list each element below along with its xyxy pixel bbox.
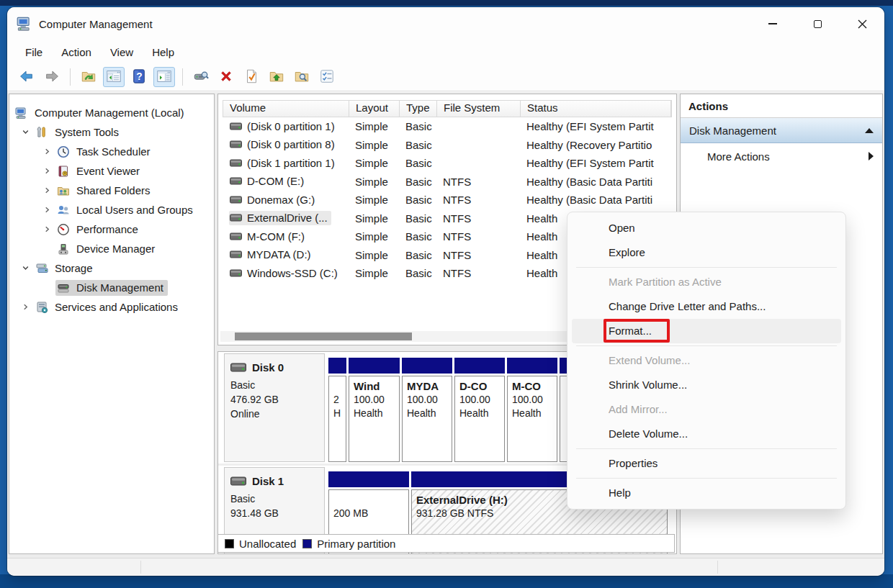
- legend-item-primary-partition: Primary partition: [302, 538, 395, 550]
- folder-up-button[interactable]: [266, 67, 287, 87]
- volume-fs-cell: NTFS: [436, 267, 520, 279]
- context-menu-item-format[interactable]: Format...: [572, 319, 841, 343]
- partition-0-0[interactable]: 2H: [328, 353, 346, 462]
- chevron-right-icon[interactable]: [37, 206, 57, 214]
- partition-myda[interactable]: MYDA100.00Health: [402, 353, 452, 462]
- menu-action[interactable]: Action: [52, 43, 101, 61]
- volume-layout-cell: Simple: [349, 139, 399, 151]
- toolbar-separator: [70, 68, 71, 86]
- volume-row-disk-0-partition-1[interactable]: (Disk 0 partition 1)SimpleBasicHealthy (…: [223, 117, 672, 136]
- context-menu-item-delete-volume[interactable]: Delete Volume...: [567, 422, 845, 446]
- volume-row-disk-0-partition-8[interactable]: (Disk 0 partition 8)SimpleBasicHealthy (…: [223, 136, 672, 155]
- scrollbar-thumb[interactable]: [235, 333, 412, 340]
- partition-title: [333, 379, 341, 393]
- more-actions-item[interactable]: More Actions: [681, 143, 882, 169]
- volume-status-cell: Healthy (Recovery Partitio: [520, 139, 672, 151]
- menu-view[interactable]: View: [101, 43, 143, 61]
- show-action-pane-button[interactable]: [153, 67, 175, 87]
- chevron-right-icon[interactable]: [15, 303, 35, 311]
- context-menu-item-shrink-volume[interactable]: Shrink Volume...: [567, 373, 845, 397]
- tree-item-label: System Tools: [55, 126, 119, 138]
- status-bar-divider: [140, 561, 141, 574]
- column-header-volume[interactable]: Volume: [223, 101, 349, 117]
- tree-item-label: Computer Management (Local): [35, 107, 184, 119]
- partition-m-co[interactable]: M-CO100.00Health: [507, 353, 557, 462]
- volume-layout-cell: Simple: [349, 120, 399, 132]
- column-header-file-system[interactable]: File System: [437, 101, 521, 117]
- close-button[interactable]: [840, 7, 884, 40]
- tree-item-device-manager[interactable]: Device Manager: [9, 239, 214, 258]
- column-header-layout[interactable]: Layout: [349, 101, 400, 117]
- console-tree-panel: Computer Management (Local)System ToolsT…: [9, 94, 215, 554]
- properties-doc-button[interactable]: [241, 67, 262, 87]
- chevron-right-icon[interactable]: [37, 167, 57, 175]
- volume-status-cell: Healthy (Basic Data Partiti: [520, 194, 672, 206]
- tree-item-system-tools[interactable]: System Tools: [9, 122, 214, 142]
- volume-layout-cell: Simple: [349, 267, 399, 279]
- toolbar: ?: [7, 63, 884, 91]
- volume-row-d-com-e[interactable]: D-COM (E:)SimpleBasicNTFSHealthy (Basic …: [223, 173, 672, 191]
- tree-item-shared-folders[interactable]: Shared Folders: [9, 181, 214, 200]
- folder-search-button[interactable]: [291, 67, 313, 87]
- partition-wind[interactable]: Wind100.00Health: [349, 353, 400, 462]
- tree-item-label: Performance: [76, 223, 138, 235]
- legend-label: Primary partition: [317, 538, 395, 550]
- menu-help[interactable]: Help: [143, 43, 184, 61]
- chevron-right-icon[interactable]: [37, 148, 57, 155]
- tree-item-storage[interactable]: Storage: [9, 258, 214, 278]
- volume-list-header: VolumeLayoutTypeFile SystemStatus: [223, 100, 672, 117]
- context-menu-item-change-drive-letter-and-paths[interactable]: Change Drive Letter and Paths...: [567, 294, 845, 319]
- volume-row-donemax-g[interactable]: Donemax (G:)SimpleBasicNTFSHealthy (Basi…: [223, 191, 672, 209]
- window-title: Computer Management: [39, 18, 153, 30]
- partition-d-co[interactable]: D-CO100.00Health: [454, 353, 505, 462]
- tree-item-disk-management[interactable]: Disk Management: [9, 278, 214, 297]
- menu-file[interactable]: File: [16, 43, 52, 61]
- chevron-right-icon[interactable]: [37, 186, 57, 194]
- tree-item-task-scheduler[interactable]: Task Scheduler: [9, 142, 214, 161]
- chevron-right-icon[interactable]: [37, 225, 57, 233]
- partition-title: MYDA: [407, 379, 447, 393]
- tree-item-services-and-applications[interactable]: Services and Applications: [9, 297, 214, 317]
- volume-name-cell: (Disk 0 partition 1): [223, 119, 349, 134]
- partition-info2: 200 MB: [333, 507, 404, 520]
- tree-item-event-viewer[interactable]: Event Viewer: [9, 161, 214, 181]
- back-button[interactable]: [16, 67, 37, 87]
- folder-up-icon: [269, 68, 284, 86]
- context-menu-item-explore[interactable]: Explore: [567, 240, 845, 265]
- status-bar-divider: [717, 561, 718, 574]
- disk-label-disk-0[interactable]: Disk 0Basic476.92 GBOnline: [224, 353, 325, 462]
- show-console-tree-button[interactable]: [103, 67, 125, 87]
- column-header-type[interactable]: Type: [400, 101, 437, 117]
- tree-item-computer-management-local[interactable]: Computer Management (Local): [9, 103, 214, 122]
- delete-button[interactable]: [215, 67, 237, 87]
- partition-info1: 100.00: [512, 393, 552, 407]
- checklist-button[interactable]: [316, 67, 338, 87]
- volume-type-cell: Basic: [399, 120, 436, 132]
- volume-context-menu: OpenExploreMark Partition as ActiveChang…: [567, 212, 846, 510]
- chevron-down-icon[interactable]: [15, 264, 35, 272]
- partition-body: MYDA100.00Health: [402, 376, 452, 462]
- forward-button[interactable]: [41, 67, 63, 87]
- actions-section-disk-management[interactable]: Disk Management: [681, 118, 882, 143]
- context-menu-item-open[interactable]: Open: [567, 216, 845, 240]
- minimize-button[interactable]: [750, 7, 795, 40]
- volume-fs-cell: NTFS: [436, 212, 520, 225]
- actions-section-label: Disk Management: [689, 125, 776, 137]
- export-folder-button[interactable]: [78, 67, 99, 87]
- volume-fs-cell: NTFS: [436, 176, 520, 188]
- tree-item-local-users-and-groups[interactable]: Local Users and Groups: [9, 200, 214, 220]
- collapse-section-icon[interactable]: [865, 128, 874, 133]
- chevron-down-icon[interactable]: [15, 128, 35, 136]
- partition-body: Wind100.00Health: [349, 376, 400, 462]
- rescan-disks-button[interactable]: [190, 67, 212, 87]
- partition-info1: 100.00: [354, 393, 395, 407]
- help-button[interactable]: ?: [128, 67, 150, 87]
- folder-search-icon: [294, 68, 310, 86]
- maximize-button[interactable]: [795, 7, 840, 40]
- tree-item-performance[interactable]: Performance: [9, 220, 214, 239]
- volume-row-disk-1-partition-1[interactable]: (Disk 1 partition 1)SimpleBasicHealthy (…: [223, 154, 672, 173]
- context-menu-item-properties[interactable]: Properties: [567, 451, 845, 476]
- column-header-status[interactable]: Status: [521, 101, 671, 117]
- context-menu-item-help[interactable]: Help: [567, 481, 845, 505]
- partition-info2: Health: [512, 407, 552, 420]
